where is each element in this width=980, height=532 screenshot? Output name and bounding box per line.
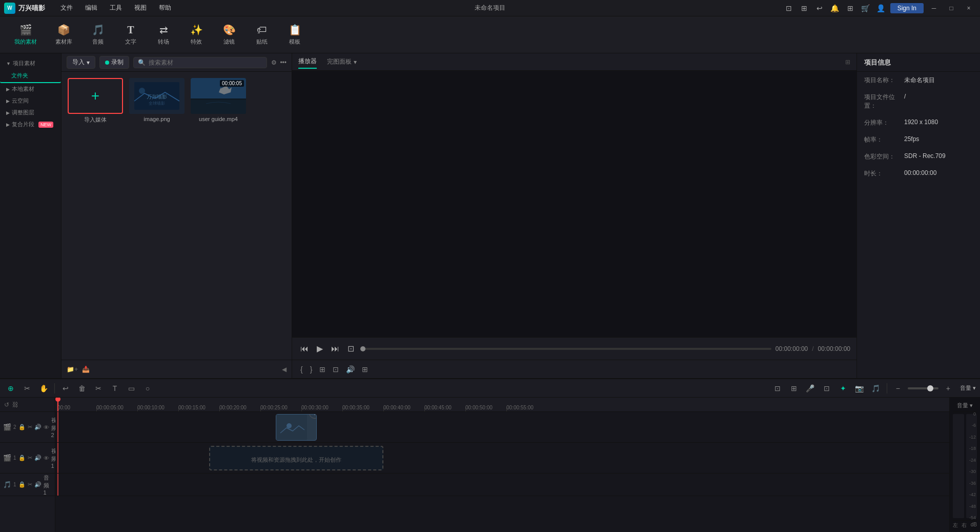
- minimize-window-icon[interactable]: ⊡: [783, 2, 795, 14]
- menu-help[interactable]: 帮助: [154, 2, 176, 14]
- preview-expand-icon[interactable]: ⊞: [845, 58, 850, 66]
- tool-pointer-button[interactable]: ⊕: [4, 382, 17, 395]
- tool-undo-button[interactable]: ↩: [59, 382, 72, 395]
- volume-label[interactable]: 音量 ▾: [960, 384, 976, 392]
- ruler-link-icon[interactable]: ⛓: [12, 401, 18, 408]
- bell-icon[interactable]: 🔔: [829, 2, 841, 14]
- new-folder-icon[interactable]: 📁+: [67, 366, 78, 373]
- filter-icon-btn[interactable]: ⚙: [271, 59, 277, 66]
- svg-text:全球喵影: 全球喵影: [149, 101, 165, 106]
- cart-icon[interactable]: 🛒: [860, 2, 872, 14]
- video1-cut-icon[interactable]: ✂: [28, 455, 32, 461]
- import-to-folder-icon[interactable]: 📥: [82, 366, 90, 373]
- tool-template[interactable]: 📋 模板: [279, 21, 310, 49]
- media-item-import[interactable]: + 导入媒体: [68, 78, 123, 124]
- tool-cut-button[interactable]: ✂: [92, 382, 105, 395]
- tool-text[interactable]: T 文字: [115, 21, 146, 49]
- tl-setting-3-button[interactable]: ⊡: [820, 382, 833, 395]
- menu-tools[interactable]: 工具: [105, 2, 127, 14]
- win-maximize-button[interactable]: □: [944, 3, 958, 13]
- win-close-button[interactable]: ×: [962, 3, 976, 13]
- restore-icon[interactable]: ↩: [813, 2, 826, 14]
- collapse-icon[interactable]: ◀: [282, 366, 287, 373]
- mark-out-icon[interactable]: }: [308, 364, 315, 375]
- preview-dropdown[interactable]: 完图面板 ▾: [327, 57, 357, 66]
- grid-icon[interactable]: ⊞: [844, 2, 856, 14]
- mark-in-icon[interactable]: {: [298, 364, 305, 375]
- video1-vol-icon[interactable]: 🔊: [34, 455, 42, 461]
- tl-setting-2-button[interactable]: ⊞: [787, 382, 801, 395]
- record-button[interactable]: 录制: [99, 56, 129, 69]
- video1-lock-icon[interactable]: 🔒: [18, 455, 26, 461]
- volume-header[interactable]: 音量 ▾: [953, 400, 977, 412]
- drop-zone-video1[interactable]: 将视频和资源拖拽到此处，开始创作: [209, 446, 383, 470]
- tool-ripple-button[interactable]: ✂: [21, 382, 34, 395]
- video1-eye-icon[interactable]: 👁: [44, 455, 49, 461]
- video2-vol-icon[interactable]: 🔊: [34, 424, 42, 430]
- sidebar-item-project-assets[interactable]: ▼ 项目素材: [0, 57, 61, 69]
- zoom-slider[interactable]: [908, 387, 938, 389]
- audio1-lock-icon[interactable]: 🔒: [18, 481, 26, 488]
- next-frame-button[interactable]: ⏭: [329, 343, 341, 354]
- win-minimize-button[interactable]: ─: [927, 3, 941, 13]
- audio1-cut-icon[interactable]: ✂: [28, 481, 32, 488]
- sign-in-button[interactable]: Sign In: [890, 3, 924, 13]
- tl-zoom-out-button[interactable]: −: [891, 382, 905, 395]
- sidebar-item-local-assets[interactable]: ▶ 本地素材: [0, 83, 61, 95]
- tl-audio-button[interactable]: 🎵: [869, 382, 883, 395]
- tool-rect-button[interactable]: ▭: [125, 382, 138, 395]
- sidebar-tab-folder[interactable]: 文件夹: [0, 69, 61, 83]
- prev-frame-button[interactable]: ⏮: [298, 343, 311, 354]
- menu-view[interactable]: 视图: [129, 2, 152, 14]
- tl-mic-button[interactable]: 🎤: [804, 382, 817, 395]
- tab-player[interactable]: 播放器: [298, 55, 317, 69]
- tool-my-assets[interactable]: 🎬 我的素材: [6, 21, 45, 49]
- user-icon[interactable]: 👤: [875, 2, 887, 14]
- menu-edit[interactable]: 编辑: [80, 2, 103, 14]
- volume-icon[interactable]: 🔊: [344, 364, 357, 375]
- tl-active-btn[interactable]: ✦: [836, 382, 850, 395]
- tl-setting-1-button[interactable]: ⊡: [771, 382, 784, 395]
- media-clip-video2[interactable]: +: [276, 414, 317, 441]
- sidebar-item-adjustment[interactable]: ▶ 调整图层: [0, 107, 61, 119]
- filter-icon: 🎨: [223, 24, 236, 36]
- speed-icon[interactable]: ⊞: [317, 364, 328, 375]
- settings-extra-icon[interactable]: ⊞: [360, 364, 370, 375]
- search-input[interactable]: [149, 59, 262, 66]
- tool-filter[interactable]: 🎨 滤镜: [214, 21, 244, 49]
- media-item-user-guide[interactable]: 00:00:05 user guide.mp4: [191, 78, 246, 124]
- media-item-image-png[interactable]: 万兴喵影 全球喵影 image.png: [129, 78, 185, 124]
- fullscreen-icon[interactable]: ⊞: [798, 2, 810, 14]
- title-bar-left: W 万兴喵影 文件 编辑 工具 视图 帮助: [4, 2, 176, 14]
- tool-audio[interactable]: 🎵 音频: [83, 21, 113, 49]
- add-clip-icon[interactable]: +: [309, 414, 317, 419]
- tl-zoom-in-button[interactable]: +: [942, 382, 955, 395]
- record-label: 录制: [111, 58, 124, 67]
- play-button[interactable]: ▶: [315, 343, 325, 354]
- sidebar-item-cloud-space[interactable]: ▶ 云空间: [0, 95, 61, 107]
- playhead[interactable]: [57, 398, 58, 411]
- more-icon-btn[interactable]: •••: [280, 59, 287, 66]
- tool-transition[interactable]: ⇄ 转场: [148, 21, 179, 49]
- tool-circle-button[interactable]: ○: [141, 382, 154, 395]
- video2-lock-icon[interactable]: 🔒: [18, 424, 26, 430]
- tool-text-button[interactable]: T: [108, 382, 121, 395]
- video2-eye-icon[interactable]: 👁: [44, 424, 49, 430]
- sidebar-item-composite[interactable]: ▶ 复合片段 NEW: [0, 119, 61, 130]
- audio1-vol-icon[interactable]: 🔊: [34, 481, 42, 488]
- screenshot-icon[interactable]: ⊡: [331, 364, 341, 375]
- fullscreen-preview-button[interactable]: ⊡: [345, 343, 356, 354]
- tool-effects[interactable]: ✨ 特效: [181, 21, 212, 49]
- tool-sticker[interactable]: 🏷 贴纸: [247, 21, 277, 49]
- time-slider[interactable]: [360, 348, 771, 350]
- import-button[interactable]: 导入 ▾: [67, 56, 95, 69]
- tool-delete-button[interactable]: 🗑: [75, 382, 89, 395]
- menu-file[interactable]: 文件: [55, 2, 78, 14]
- video2-cut-icon[interactable]: ✂: [28, 424, 32, 430]
- tool-asset-lib[interactable]: 📦 素材库: [47, 21, 80, 49]
- tl-camera-button[interactable]: 📷: [853, 382, 866, 395]
- vol-label-0: 0: [969, 412, 976, 417]
- ruler-loop-icon[interactable]: ↺: [4, 401, 9, 408]
- video-thumb: 00:00:05: [191, 78, 246, 114]
- tool-hand-button[interactable]: ✋: [37, 382, 50, 395]
